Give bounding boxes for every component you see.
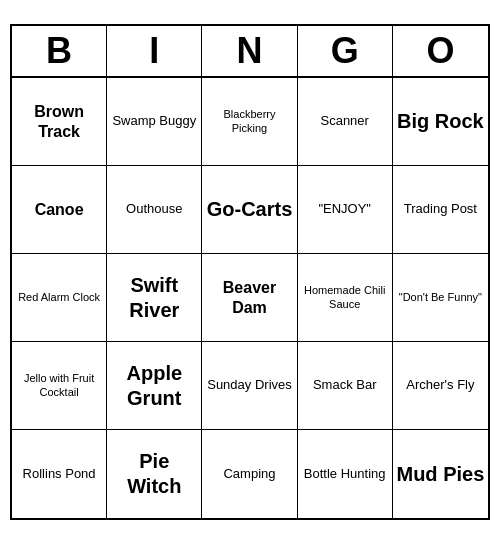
bingo-cell: Beaver Dam bbox=[202, 254, 297, 342]
bingo-cell: Smack Bar bbox=[298, 342, 393, 430]
bingo-cell: Pie Witch bbox=[107, 430, 202, 518]
bingo-cell: Go-Carts bbox=[202, 166, 297, 254]
bingo-header: BINGO bbox=[12, 26, 488, 78]
bingo-card: BINGO Brown TrackSwamp BuggyBlackberry P… bbox=[10, 24, 490, 520]
header-letter: N bbox=[202, 26, 297, 76]
bingo-cell: Big Rock bbox=[393, 78, 488, 166]
bingo-cell: Scanner bbox=[298, 78, 393, 166]
bingo-cell: Rollins Pond bbox=[12, 430, 107, 518]
header-letter: G bbox=[298, 26, 393, 76]
bingo-cell: Mud Pies bbox=[393, 430, 488, 518]
bingo-cell: Apple Grunt bbox=[107, 342, 202, 430]
bingo-cell: Blackberry Picking bbox=[202, 78, 297, 166]
header-letter: O bbox=[393, 26, 488, 76]
header-letter: I bbox=[107, 26, 202, 76]
bingo-cell: "Don't Be Funny" bbox=[393, 254, 488, 342]
bingo-cell: Jello with Fruit Cocktail bbox=[12, 342, 107, 430]
bingo-grid: Brown TrackSwamp BuggyBlackberry Picking… bbox=[12, 78, 488, 518]
bingo-cell: Camping bbox=[202, 430, 297, 518]
bingo-cell: Swamp Buggy bbox=[107, 78, 202, 166]
header-letter: B bbox=[12, 26, 107, 76]
bingo-cell: "ENJOY" bbox=[298, 166, 393, 254]
bingo-cell: Sunday Drives bbox=[202, 342, 297, 430]
bingo-cell: Outhouse bbox=[107, 166, 202, 254]
bingo-cell: Archer's Fly bbox=[393, 342, 488, 430]
bingo-cell: Homemade Chili Sauce bbox=[298, 254, 393, 342]
bingo-cell: Red Alarm Clock bbox=[12, 254, 107, 342]
bingo-cell: Trading Post bbox=[393, 166, 488, 254]
bingo-cell: Canoe bbox=[12, 166, 107, 254]
bingo-cell: Swift River bbox=[107, 254, 202, 342]
bingo-cell: Bottle Hunting bbox=[298, 430, 393, 518]
bingo-cell: Brown Track bbox=[12, 78, 107, 166]
